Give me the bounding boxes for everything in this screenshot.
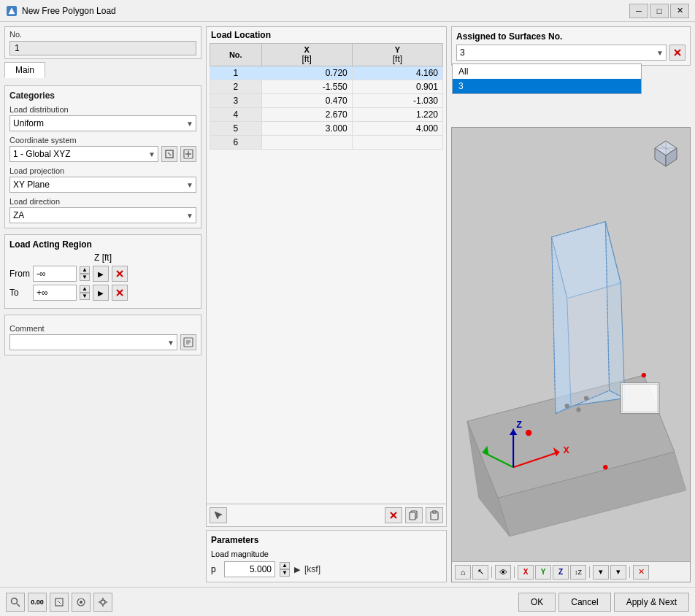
assigned-row: 3 ▼ (456, 45, 686, 61)
select-btn[interactable] (50, 593, 69, 612)
load-direction-wrapper: ZA ▼ (9, 207, 196, 223)
to-row: To +∞ ▲ ▼ ▶ (9, 285, 196, 301)
col-no: No. (210, 44, 262, 66)
coords-btn[interactable]: 0.00 (28, 593, 47, 612)
vp-sep1 (491, 566, 492, 578)
maximize-button[interactable]: □ (650, 4, 669, 18)
tab-main[interactable]: Main (4, 62, 45, 78)
svg-line-54 (17, 604, 20, 607)
table-paste-btn[interactable] (426, 507, 443, 523)
coordinate-system-row: 1 - Global XYZ ▼ (9, 146, 196, 162)
from-arrow-btn[interactable]: ▶ (93, 266, 109, 282)
vp-cursor-btn[interactable]: ↖ (472, 565, 488, 580)
load-projection-select[interactable]: XY Plane (9, 177, 196, 193)
table-row[interactable]: 3 0.470 -1.030 (210, 94, 443, 108)
to-down-btn[interactable]: ▼ (80, 293, 90, 300)
col-x: X[ft] (261, 44, 352, 66)
table-row[interactable]: 1 0.720 4.160 (210, 66, 443, 80)
no-section: No. 1 (4, 26, 201, 59)
coordinate-system-select[interactable]: 1 - Global XYZ (9, 146, 158, 162)
svg-point-36 (565, 404, 569, 408)
from-select[interactable]: -∞ (33, 266, 77, 282)
table-delete-btn[interactable] (385, 507, 402, 523)
cell-no: 1 (210, 66, 262, 80)
p-up-btn[interactable]: ▲ (280, 562, 290, 569)
view-btn[interactable] (72, 593, 91, 612)
load-projection-label: Load projection (9, 166, 196, 175)
comment-row: ▼ (9, 334, 196, 350)
comment-select[interactable] (9, 334, 177, 350)
table-select-btn[interactable] (210, 507, 227, 523)
cell-x: 2.670 (261, 108, 352, 122)
assigned-select[interactable]: 3 (456, 45, 667, 61)
vp-x-btn[interactable]: X (518, 565, 534, 580)
from-label: From (9, 269, 30, 279)
table-copy-btn[interactable] (405, 507, 423, 523)
no-value: 1 (9, 41, 196, 55)
cancel-button[interactable]: Cancel (558, 593, 610, 612)
table-row[interactable]: 4 2.670 1.220 (210, 108, 443, 122)
cell-y: -1.030 (352, 94, 442, 108)
vp-sep2 (514, 566, 515, 578)
table-row[interactable]: 5 3.000 4.000 (210, 122, 443, 136)
vp-close-btn[interactable]: ✕ (633, 565, 649, 580)
table-row[interactable]: 2 -1.550 0.901 (210, 80, 443, 94)
settings-btn[interactable] (93, 593, 112, 612)
coord-add-btn[interactable] (180, 146, 196, 162)
svg-line-56 (58, 601, 61, 604)
window-title: New Free Polygon Load (22, 6, 629, 16)
vp-more2-btn[interactable]: ▾ (610, 565, 626, 580)
cell-no: 3 (210, 94, 262, 108)
orientation-cube[interactable] (648, 134, 684, 170)
left-panel: No. 1 Main Categories Load distribution … (4, 26, 201, 582)
svg-point-58 (80, 601, 82, 604)
vp-sep4 (629, 566, 630, 578)
vp-home-btn[interactable]: ⌂ (455, 565, 471, 580)
p-down-btn[interactable]: ▼ (280, 569, 290, 577)
to-up-btn[interactable]: ▲ (80, 285, 90, 293)
to-clear-btn[interactable] (112, 285, 128, 301)
cell-no: 5 (210, 122, 262, 136)
col-y: Y[ft] (352, 44, 442, 66)
svg-rect-20 (433, 511, 436, 513)
minimize-button[interactable]: ─ (629, 4, 648, 18)
cell-no: 4 (210, 108, 262, 122)
load-direction-select[interactable]: ZA (9, 207, 196, 223)
dropdown-item-all[interactable]: All (453, 64, 641, 79)
svg-line-3 (168, 153, 171, 155)
from-clear-btn[interactable] (112, 266, 128, 282)
vp-iz-btn[interactable]: ↕Z (570, 565, 586, 580)
p-input[interactable] (224, 561, 275, 577)
from-up-btn[interactable]: ▲ (80, 266, 90, 274)
cell-x: 3.000 (261, 122, 352, 136)
dropdown-item-3[interactable]: 3 (453, 79, 641, 93)
window-controls[interactable]: ─ □ ✕ (629, 4, 689, 18)
ok-button[interactable]: OK (518, 593, 556, 612)
comment-edit-btn[interactable] (180, 334, 196, 350)
assigned-clear-btn[interactable] (669, 45, 686, 61)
vp-sep3 (589, 566, 590, 578)
close-button[interactable]: ✕ (670, 4, 689, 18)
cell-x (261, 136, 352, 150)
search-btn[interactable] (6, 593, 25, 612)
p-arrow-btn[interactable]: ▶ (294, 565, 300, 574)
vp-eye-btn[interactable]: 👁 (495, 565, 511, 580)
load-distribution-select[interactable]: Uniform (9, 115, 196, 131)
p-label: p (211, 564, 220, 574)
vp-more1-btn[interactable]: ▾ (593, 565, 609, 580)
cell-x: -1.550 (261, 80, 352, 94)
cell-no: 2 (210, 80, 262, 94)
to-arrow-btn[interactable]: ▶ (93, 285, 109, 301)
vp-z-btn[interactable]: Z (553, 565, 569, 580)
load-location-header: Load Location (207, 27, 446, 43)
vp-y-btn[interactable]: Y (535, 565, 551, 580)
assigned-header: Assigned to Surfaces No. (456, 31, 686, 42)
table-row[interactable]: 6 (210, 136, 443, 150)
svg-point-38 (576, 407, 580, 412)
svg-marker-30 (552, 222, 610, 414)
apply-next-button[interactable]: Apply & Next (614, 593, 689, 612)
to-select[interactable]: +∞ (33, 285, 77, 301)
load-location-box: Load Location No. X[ft] Y[ft] 1 0.720 (206, 26, 447, 527)
coord-edit-btn[interactable] (161, 146, 177, 162)
from-down-btn[interactable]: ▼ (80, 274, 90, 281)
